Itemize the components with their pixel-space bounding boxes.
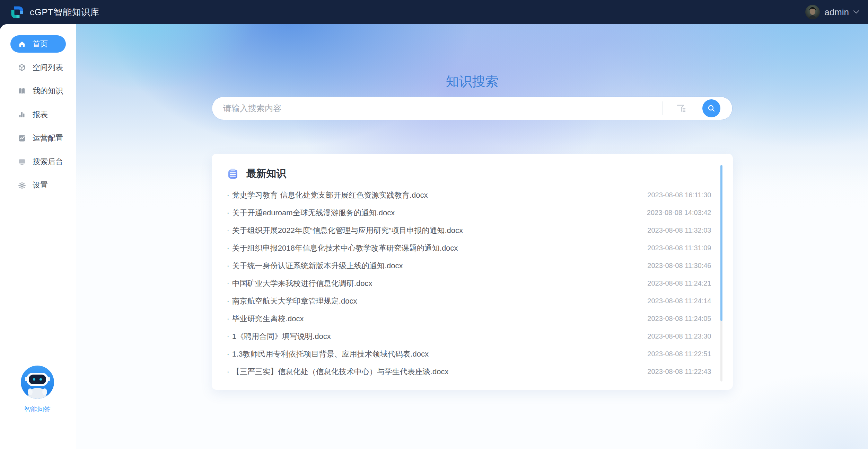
document-timestamp: 2023-08-08 11:24:21 — [647, 279, 711, 287]
document-link[interactable]: ·关于组织开展2022年度“信息化管理与应用研究”项目申报的通知.docx — [227, 225, 463, 236]
monitor-icon — [18, 158, 26, 165]
sidebar-item-label: 运营配置 — [33, 133, 63, 143]
list-item[interactable]: ·关于组织申报2018年信息化技术中心教学改革研究课题的通知.docx 2023… — [227, 239, 713, 257]
search-button[interactable] — [702, 99, 720, 117]
list-item[interactable]: ·中国矿业大学来我校进行信息化调研.docx 2023-08-08 11:24:… — [227, 275, 713, 292]
sidebar-item-my-knowledge[interactable]: 我的知识 — [10, 82, 66, 100]
document-link[interactable]: ·党史学习教育 信息化处党支部开展红色资源实践教育.docx — [227, 190, 428, 200]
document-link[interactable]: ·【三严三实】信息化处（信息化技术中心）与学生代表座谈.docx — [227, 367, 449, 377]
clipboard-icon — [227, 168, 239, 180]
sidebar-item-operations[interactable]: 运营配置 — [10, 129, 66, 147]
app-logo-icon — [10, 5, 24, 19]
document-name: 1.3教师民用专利依托项目背景、应用技术领域代码表.docx — [232, 350, 429, 358]
sidebar-item-label: 搜索后台 — [33, 156, 63, 167]
card-title: 最新知识 — [246, 167, 287, 181]
card-header: 最新知识 — [227, 168, 713, 180]
app-window: cGPT智能知识库 admin — [0, 0, 868, 449]
document-link[interactable]: ·南京航空航天大学印章管理规定.docx — [227, 296, 357, 306]
document-name: 关于组织开展2022年度“信息化管理与应用研究”项目申报的通知.docx — [232, 226, 463, 235]
list-bullet: · — [227, 297, 229, 305]
document-link[interactable]: ·毕业研究生离校.docx — [227, 314, 304, 324]
top-bar: cGPT智能知识库 admin — [0, 0, 868, 24]
list-bullet: · — [227, 244, 229, 252]
search-divider — [663, 101, 663, 115]
document-timestamp: 2023-08-08 14:03:42 — [647, 209, 711, 217]
sidebar-item-label: 我的知识 — [33, 86, 63, 96]
list-item[interactable]: ·关于统一身份认证系统新版本升级上线的通知.docx 2023-08-08 11… — [227, 257, 713, 275]
list-item[interactable]: ·1.3教师民用专利依托项目背景、应用技术领域代码表.docx 2023-08-… — [227, 345, 713, 363]
ai-chat-label: 智能问答 — [21, 405, 54, 414]
main-content: 知识搜索 — [76, 24, 868, 449]
page-title: 知识搜索 — [76, 24, 868, 90]
gear-icon — [18, 181, 26, 189]
document-timestamp: 2023-08-08 11:30:46 — [647, 262, 711, 270]
sidebar-item-label: 首页 — [33, 39, 48, 49]
scrollbar-thumb[interactable] — [720, 165, 722, 321]
sidebar-item-label: 空间列表 — [33, 62, 63, 73]
latest-knowledge-card: 最新知识 ·党史学习教育 信息化处党支部开展红色资源实践教育.docx 2023… — [212, 154, 733, 390]
list-item[interactable]: ·毕业研究生离校.docx 2023-08-08 11:24:05 — [227, 310, 713, 327]
list-item[interactable]: ·党史学习教育 信息化处党支部开展红色资源实践教育.docx 2023-08-0… — [227, 186, 713, 204]
document-link[interactable]: ·中国矿业大学来我校进行信息化调研.docx — [227, 278, 372, 289]
document-timestamp: 2023-08-08 11:31:09 — [647, 244, 711, 252]
sidebar-item-home[interactable]: 首页 — [10, 35, 66, 53]
chevron-down-icon[interactable] — [853, 10, 859, 14]
document-timestamp: 2023-08-08 11:24:14 — [647, 297, 711, 305]
list-bullet: · — [227, 367, 229, 376]
robot-icon — [21, 366, 54, 399]
sidebar-item-spaces[interactable]: 空间列表 — [10, 59, 66, 76]
document-name: 关于开通eduroam全球无线漫游服务的通知.docx — [232, 208, 395, 217]
cube-icon — [18, 64, 26, 71]
document-link[interactable]: ·1《聘用合同》填写说明.docx — [227, 331, 331, 342]
document-name: 【三严三实】信息化处（信息化技术中心）与学生代表座谈.docx — [232, 367, 449, 376]
sidebar-item-search-admin[interactable]: 搜索后台 — [10, 153, 66, 170]
document-timestamp: 2023-08-08 11:32:03 — [647, 226, 711, 234]
filter-icon — [676, 104, 686, 113]
document-name: 关于统一身份认证系统新版本升级上线的通知.docx — [232, 261, 403, 270]
list-item[interactable]: ·1《聘用合同》填写说明.docx 2023-08-08 11:23:30 — [227, 327, 713, 345]
list-bullet: · — [227, 226, 229, 235]
search-input[interactable] — [223, 104, 659, 113]
list-bullet: · — [227, 191, 229, 199]
book-icon — [18, 87, 26, 95]
document-timestamp: 2023-08-08 11:22:51 — [647, 350, 711, 358]
list-item[interactable]: ·南京航空航天大学印章管理规定.docx 2023-08-08 11:24:14 — [227, 292, 713, 310]
document-name: 1《聘用合同》填写说明.docx — [232, 332, 331, 341]
document-name: 中国矿业大学来我校进行信息化调研.docx — [232, 279, 372, 288]
knowledge-list: ·党史学习教育 信息化处党支部开展红色资源实践教育.docx 2023-08-0… — [227, 186, 713, 380]
document-name: 毕业研究生离校.docx — [232, 314, 304, 323]
list-bullet: · — [227, 332, 229, 341]
user-menu[interactable]: admin — [805, 5, 859, 19]
document-link[interactable]: ·关于组织申报2018年信息化技术中心教学改革研究课题的通知.docx — [227, 243, 458, 253]
list-bullet: · — [227, 261, 229, 270]
document-link[interactable]: ·关于统一身份认证系统新版本升级上线的通知.docx — [227, 261, 403, 271]
sidebar-item-reports[interactable]: 报表 — [10, 106, 66, 123]
list-item[interactable]: ·【三严三实】信息化处（信息化技术中心）与学生代表座谈.docx 2023-08… — [227, 363, 713, 380]
app-title: cGPT智能知识库 — [30, 6, 99, 18]
document-timestamp: 2023-08-08 16:11:30 — [647, 191, 711, 199]
bar-chart-icon — [18, 111, 26, 118]
document-name: 关于组织申报2018年信息化技术中心教学改革研究课题的通知.docx — [232, 244, 458, 252]
list-item[interactable]: ·关于组织开展2022年度“信息化管理与应用研究”项目申报的通知.docx 20… — [227, 222, 713, 239]
sidebar-item-settings[interactable]: 设置 — [10, 177, 66, 194]
document-name: 南京航空航天大学印章管理规定.docx — [232, 297, 357, 305]
document-timestamp: 2023-08-08 11:23:30 — [647, 332, 711, 340]
document-name: 党史学习教育 信息化处党支部开展红色资源实践教育.docx — [232, 191, 428, 199]
brand: cGPT智能知识库 — [10, 5, 99, 19]
avatar[interactable] — [805, 5, 820, 19]
document-timestamp: 2023-08-08 11:22:43 — [647, 368, 711, 376]
sidebar-item-label: 设置 — [33, 180, 48, 190]
line-chart-icon — [18, 134, 26, 142]
document-link[interactable]: ·1.3教师民用专利依托项目背景、应用技术领域代码表.docx — [227, 349, 429, 359]
document-timestamp: 2023-08-08 11:24:05 — [647, 315, 711, 323]
list-bullet: · — [227, 314, 229, 323]
ai-chat-fab[interactable]: 智能问答 — [21, 366, 54, 414]
list-bullet: · — [227, 279, 229, 288]
sidebar-item-label: 报表 — [33, 109, 48, 120]
document-link[interactable]: ·关于开通eduroam全球无线漫游服务的通知.docx — [227, 208, 395, 218]
search-icon — [707, 104, 716, 113]
list-item[interactable]: ·关于开通eduroam全球无线漫游服务的通知.docx 2023-08-08 … — [227, 204, 713, 222]
user-name[interactable]: admin — [824, 7, 849, 18]
list-bullet: · — [227, 350, 229, 358]
filter-button[interactable] — [676, 104, 686, 113]
